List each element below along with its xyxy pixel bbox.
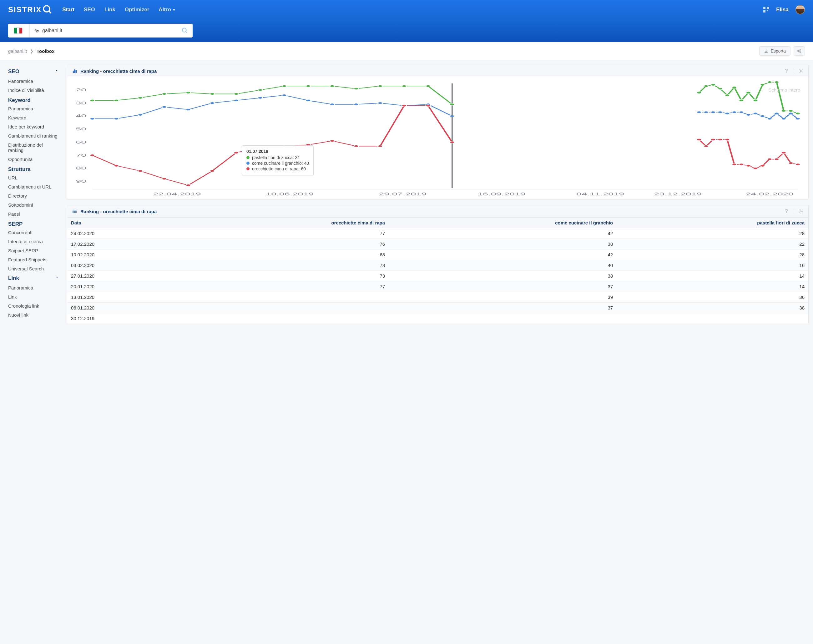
fullscreen-label[interactable]: Schermo intero — [768, 87, 800, 92]
chevron-right-icon: ❯ — [30, 49, 34, 54]
table-cell — [175, 303, 389, 313]
table-cell: 14 — [617, 281, 808, 292]
nav-item-altro[interactable]: Altro — [158, 6, 171, 13]
svg-point-100 — [186, 184, 191, 186]
user-name[interactable]: Elisa — [776, 6, 788, 13]
table-cell — [389, 313, 617, 324]
table-cell: 10.02.2020 — [67, 250, 175, 260]
sidebar-item[interactable]: Cambiamenti di ranking — [8, 131, 58, 140]
table-cell: 14 — [617, 271, 808, 281]
table-header[interactable]: Data — [67, 218, 175, 228]
brand-text: SISTRIX — [8, 5, 41, 14]
table-header[interactable]: pastella fiori di zucca — [617, 218, 808, 228]
sidebar-section-seo[interactable]: SEO⌃ — [8, 67, 58, 77]
ranking-table-card: Ranking - orecchiette cima di rapa ? Dat… — [67, 205, 808, 324]
table-cell: 38 — [389, 239, 617, 250]
svg-point-132 — [73, 212, 73, 213]
sidebar-item[interactable]: Panoramica — [8, 104, 58, 113]
chevron-up-icon: ⌃ — [55, 69, 58, 74]
table-cell: 16 — [617, 260, 808, 271]
export-button[interactable]: Esporta — [759, 46, 790, 56]
svg-point-76 — [354, 103, 358, 105]
sidebar-item[interactable]: Snippet SERP — [8, 246, 58, 255]
sidebar-item[interactable]: Concorrenti — [8, 228, 58, 237]
svg-point-82 — [704, 111, 709, 113]
apps-icon[interactable] — [763, 6, 769, 13]
table-cell — [175, 292, 389, 303]
sidebar-item[interactable]: Intento di ricerca — [8, 237, 58, 246]
country-flag-it[interactable] — [14, 28, 23, 34]
sidebar-item[interactable]: Paesi — [8, 210, 58, 219]
sidebar-item[interactable]: Cronologia link — [8, 301, 58, 310]
nav-item-optimizer[interactable]: Optimizer — [125, 6, 149, 13]
gear-icon[interactable] — [798, 69, 803, 74]
domain-input[interactable] — [42, 28, 177, 34]
svg-rect-14 — [74, 70, 75, 72]
sidebar-item[interactable]: Cambiamenti di URL — [8, 182, 58, 191]
sidebar-item[interactable]: Link — [8, 292, 58, 301]
search-icon[interactable] — [181, 27, 188, 34]
svg-point-98 — [138, 170, 143, 172]
svg-point-96 — [90, 154, 95, 156]
sidebar-item[interactable]: Keyword — [8, 113, 58, 122]
svg-text:70: 70 — [76, 153, 86, 157]
svg-text:24.02.2020: 24.02.2020 — [746, 192, 793, 196]
table-row: 20.01.2020773714 — [67, 281, 808, 292]
svg-point-16 — [800, 71, 801, 72]
sidebar-item[interactable]: Sottodomini — [8, 200, 58, 210]
breadcrumb: galbani.it ❯ Toolbox Esporta — [0, 42, 813, 60]
table-header[interactable]: come cucinare il granchio — [389, 218, 617, 228]
share-button[interactable] — [794, 46, 805, 56]
table-row: 27.01.2020733814 — [67, 271, 808, 281]
sidebar-section-link[interactable]: Link⌃ — [8, 273, 58, 283]
svg-point-117 — [732, 164, 737, 166]
sidebar-item[interactable]: Nuovi link — [8, 310, 58, 319]
table-cell: 13.01.2020 — [67, 292, 175, 303]
sidebar-item[interactable]: Universal Search — [8, 264, 58, 273]
svg-point-62 — [781, 110, 786, 112]
svg-point-67 — [138, 114, 143, 116]
svg-point-59 — [760, 84, 765, 86]
gear-icon[interactable] — [798, 209, 803, 214]
sidebar: SEO⌃PanoramicaIndice di VisibilitàKeywor… — [0, 65, 63, 326]
svg-point-0 — [44, 6, 50, 12]
help-icon[interactable]: ? — [785, 68, 788, 74]
nav-item-link[interactable]: Link — [104, 6, 115, 13]
chart-area[interactable]: Schermo intero 203040506070809022.04.201… — [67, 77, 808, 199]
sidebar-item[interactable]: Panoramica — [8, 283, 58, 292]
nav-item-seo[interactable]: SEO — [84, 6, 95, 13]
svg-point-61 — [774, 81, 779, 83]
svg-point-97 — [114, 165, 118, 167]
svg-rect-13 — [73, 71, 74, 72]
svg-point-51 — [704, 85, 709, 87]
sidebar-item[interactable]: Opportunità — [8, 155, 58, 164]
svg-point-71 — [234, 100, 239, 101]
help-icon[interactable]: ? — [785, 209, 788, 214]
sidebar-item[interactable]: Panoramica — [8, 77, 58, 86]
table-cell: 06.01.2020 — [67, 303, 175, 313]
brand-logo[interactable]: SISTRIX — [8, 5, 53, 15]
svg-text:29.07.2019: 29.07.2019 — [379, 192, 426, 196]
table-cell: 03.02.2020 — [67, 260, 175, 271]
svg-rect-15 — [76, 71, 76, 72]
sidebar-item[interactable]: Distribuzione del ranking — [8, 140, 58, 155]
nav-item-start[interactable]: Start — [62, 6, 74, 13]
sidebar-item[interactable]: Directory — [8, 191, 58, 200]
sidebar-item[interactable]: URL — [8, 173, 58, 182]
breadcrumb-root[interactable]: galbani.it — [8, 49, 27, 54]
svg-point-38 — [186, 92, 191, 94]
sidebar-item[interactable]: Featured Snippets — [8, 255, 58, 264]
svg-point-58 — [753, 100, 758, 101]
table-cell — [175, 313, 389, 324]
svg-point-65 — [90, 118, 95, 120]
svg-point-81 — [697, 111, 701, 113]
svg-point-114 — [711, 138, 715, 140]
sidebar-item[interactable]: Idee per keyword — [8, 122, 58, 131]
table-row: 30.12.2019 — [67, 313, 808, 324]
svg-point-52 — [711, 84, 715, 86]
sidebar-item[interactable]: Indice di Visibilità — [8, 86, 58, 95]
table-header[interactable]: orecchiette cima di rapa — [175, 218, 389, 228]
nav-links: StartSEOLinkOptimizerAltro▾ — [62, 6, 175, 13]
avatar[interactable] — [796, 5, 805, 14]
svg-point-70 — [210, 102, 215, 104]
